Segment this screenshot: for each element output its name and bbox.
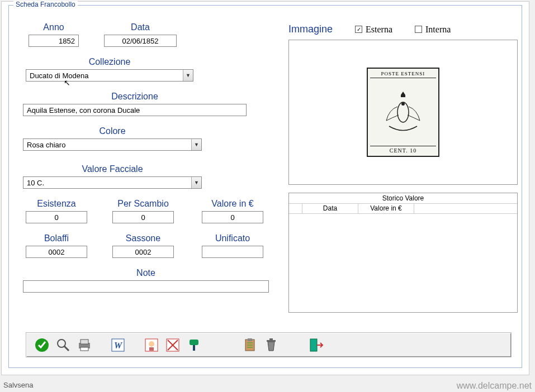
label-bolaffi: Bolaffi <box>44 233 69 243</box>
valore-facciale-combo[interactable]: 10 C. ▼ <box>23 176 202 189</box>
chevron-down-icon: ▼ <box>183 70 193 81</box>
watermark: www.delcampe.net <box>457 381 532 391</box>
anno-input[interactable] <box>29 35 79 47</box>
label-descrizione: Descrizione <box>111 92 158 102</box>
image-frame: POSTE ESTENSI CENT. 10 <box>288 40 518 185</box>
stamp-eagle-icon <box>370 78 436 146</box>
data-input[interactable] <box>104 35 177 47</box>
svg-rect-7 <box>81 347 88 351</box>
stamp-bottom-text: CENT. 10 <box>370 146 436 154</box>
label-immagine: Immagine <box>288 23 333 35</box>
scan-button[interactable] <box>184 335 204 355</box>
label-collezione: Collezione <box>89 57 131 67</box>
label-esterna: Esterna <box>366 25 392 35</box>
svg-rect-19 <box>248 338 252 341</box>
image-section: Immagine ✓ Esterna Interna POSTE ESTENSI <box>288 23 518 185</box>
history-col-blank <box>289 204 302 213</box>
form-area: Anno Data Collezione Ducato di Modena ▼ … <box>20 22 277 293</box>
colore-combo[interactable]: Rosa chiaro ▼ <box>23 138 202 151</box>
label-anno: Anno <box>43 22 64 32</box>
clipboard-button[interactable] <box>240 335 260 355</box>
svg-rect-25 <box>310 339 317 351</box>
history-title: Storico Valore <box>289 193 517 204</box>
note-input[interactable] <box>23 280 269 293</box>
valore-eur-input[interactable] <box>202 211 263 223</box>
checkbox-icon: ✓ <box>355 26 362 33</box>
svg-point-1 <box>401 102 405 106</box>
main-window: Scheda Francobollo Anno Data Collezione … <box>1 1 529 375</box>
status-left: Salvsena <box>3 381 33 391</box>
checkbox-icon <box>415 26 422 33</box>
interna-checkbox[interactable]: Interna <box>415 25 451 35</box>
fieldset: Scheda Francobollo Anno Data Collezione … <box>8 5 522 368</box>
history-col-valore[interactable]: Valore in € <box>358 204 414 213</box>
history-table: Storico Valore Data Valore in € <box>288 193 518 313</box>
label-unificato: Unificato <box>215 233 250 243</box>
sassone-input[interactable] <box>112 246 174 258</box>
confirm-button[interactable] <box>32 335 52 355</box>
collezione-value: Ducato di Modena <box>30 71 89 80</box>
chevron-down-icon: ▼ <box>191 177 201 188</box>
fieldset-legend: Scheda Francobollo <box>13 1 78 8</box>
status-bar: Salvsena www.delcampe.net <box>3 381 532 391</box>
label-data: Data <box>131 22 150 32</box>
stamp-top-text: POSTE ESTENSI <box>370 71 436 78</box>
svg-rect-17 <box>193 345 195 351</box>
image-add-button[interactable] <box>141 335 162 355</box>
svg-line-4 <box>64 346 69 351</box>
delete-button[interactable] <box>261 335 281 355</box>
svg-rect-23 <box>267 340 276 342</box>
label-valore-facciale: Valore Facciale <box>82 164 143 174</box>
print-button[interactable] <box>74 335 94 355</box>
toolbar: W <box>26 332 512 357</box>
svg-text:W: W <box>114 341 123 350</box>
bolaffi-input[interactable] <box>26 246 87 258</box>
svg-rect-12 <box>149 347 154 351</box>
svg-rect-16 <box>190 340 198 345</box>
label-valore-eur: Valore in € <box>211 199 253 209</box>
chevron-down-icon: ▼ <box>191 139 201 150</box>
esistenza-input[interactable] <box>26 211 87 223</box>
descrizione-input[interactable] <box>23 104 247 116</box>
image-remove-button[interactable] <box>163 335 183 355</box>
search-button[interactable] <box>53 335 73 355</box>
stamp-image: POSTE ESTENSI CENT. 10 <box>367 68 439 157</box>
label-esistenza: Esistenza <box>37 199 75 209</box>
label-colore: Colore <box>99 126 125 136</box>
collezione-combo[interactable]: Ducato di Modena ▼ <box>26 69 193 82</box>
exit-button[interactable] <box>306 335 326 355</box>
esterna-checkbox[interactable]: ✓ Esterna <box>355 25 392 35</box>
label-interna: Interna <box>425 25 451 35</box>
label-sassone: Sassone <box>126 233 160 243</box>
label-per-scambio: Per Scambio <box>117 199 169 209</box>
history-col-data[interactable]: Data <box>302 204 358 213</box>
label-note: Note <box>136 268 155 278</box>
svg-point-11 <box>149 341 154 347</box>
unificato-input[interactable] <box>202 246 263 258</box>
valore-facciale-value: 10 C. <box>27 179 44 187</box>
colore-value: Rosa chiaro <box>27 141 65 149</box>
svg-point-3 <box>58 340 65 347</box>
svg-rect-6 <box>81 340 88 344</box>
history-header-row: Data Valore in € <box>289 204 517 214</box>
svg-rect-24 <box>269 338 273 340</box>
word-export-button[interactable]: W <box>108 335 128 355</box>
per-scambio-input[interactable] <box>112 211 174 223</box>
